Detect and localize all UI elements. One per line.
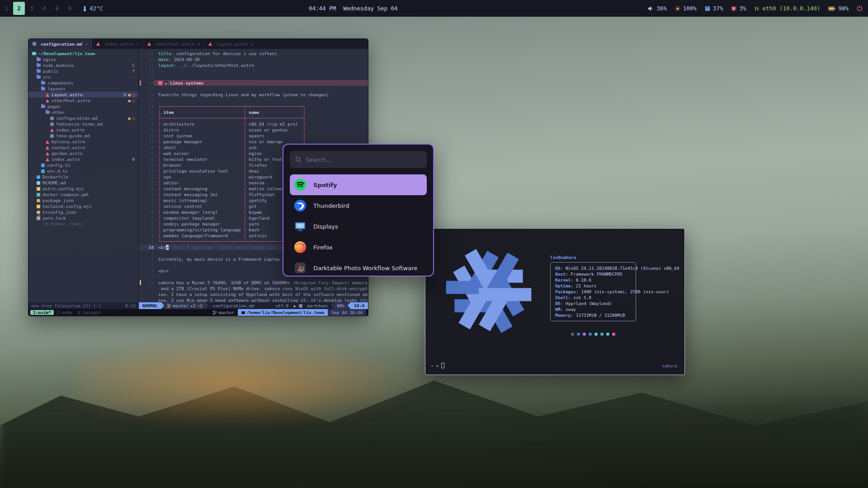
tree-item[interactable]: nginx [28, 56, 138, 62]
line-text: --- [154, 68, 368, 74]
tree-item-label: (6 hidden items) [42, 221, 84, 226]
tree-item[interactable]: index.astroH [28, 156, 138, 162]
tree-item-label: config.ts [47, 163, 70, 168]
text-span: │ [244, 204, 249, 209]
tmux-window-node[interactable]: 2:node [54, 310, 75, 315]
volume-module[interactable]: 36% [648, 5, 667, 12]
tree-badge: H [132, 157, 135, 162]
text-span: <br [158, 245, 166, 250]
sign-column [139, 127, 143, 133]
disk-module[interactable]: 37% [705, 5, 723, 12]
workspace-2[interactable]: 2 [13, 2, 25, 15]
shell-prompt[interactable]: ~ > [431, 363, 444, 368]
buffer-line[interactable]: 22├────────────────────────────────┼────… [139, 115, 368, 121]
tree-item[interactable]: src [28, 74, 138, 80]
launcher-search[interactable]: Search... [290, 151, 427, 168]
close-icon[interactable] [136, 42, 139, 47]
tree-item[interactable]: tone-guide.md [28, 133, 138, 139]
text-span: │ [244, 216, 249, 221]
tree-item[interactable]: node_modulesE [28, 62, 138, 68]
sign-column [139, 74, 143, 80]
tmux-window-nvim[interactable]: 1:nvim* [30, 310, 54, 315]
close-icon[interactable] [85, 42, 88, 47]
buffer-line[interactable]: 27 [139, 86, 368, 92]
tab-index-astro[interactable]: index.astro [92, 39, 143, 49]
buffer-line[interactable]: and a 2TB (Crucial P5 Plus) NVMe drive. … [139, 286, 368, 291]
folder-icon [37, 64, 41, 67]
tree-item[interactable]: astro.config.mjs [28, 186, 138, 192]
tree-item[interactable]: index.astro [28, 127, 138, 133]
buffer-line[interactable]: 26Favorite things regarding Linux and my… [139, 92, 368, 98]
buffer-line[interactable]: 25 [139, 98, 368, 103]
buffer-line[interactable]: 20│ distro │ nixos or gentoo │ [139, 127, 368, 133]
tree-item[interactable]: docker-compose.yml [28, 192, 138, 197]
cpu-module[interactable]: 3% [731, 5, 746, 12]
tree-item[interactable]: fediverse-terms.md [28, 121, 138, 127]
tree-item[interactable]: package.json [28, 197, 138, 203]
buffer-line[interactable]: 23│ item │ name │ [139, 109, 368, 115]
tree-item[interactable]: garden.astro [28, 150, 138, 156]
network-module[interactable]: eth0 (10.0.0.140) [754, 5, 820, 12]
tree-item[interactable]: components [28, 80, 138, 86]
text-span: │ [158, 122, 163, 127]
tree-item[interactable]: layouts [28, 86, 138, 92]
battery-module[interactable]: 98% [828, 5, 849, 12]
tree-item[interactable]: balcony.astro [28, 139, 138, 145]
fastfetch-value: 1409 (nix-system), 2590 (nix-user) [578, 289, 669, 294]
power-button[interactable] [857, 5, 863, 11]
close-icon[interactable] [251, 42, 254, 47]
launcher-item-spotify[interactable]: Spotify [290, 174, 427, 195]
tree-item[interactable]: README.md [28, 180, 138, 186]
launcher-item-firefox[interactable]: Firefox [290, 237, 427, 258]
close-icon[interactable] [198, 42, 200, 47]
buffer-line[interactable]: 33title: configuration for devices i use… [139, 51, 368, 56]
buffer-line[interactable]: ion. I have a setup consisting of Hyprla… [139, 291, 368, 297]
tree-item[interactable]: Layout.astroH●□ [28, 92, 138, 98]
tree-item[interactable]: Dockerfile [28, 174, 138, 180]
buffer-line[interactable]: 19│ init system │ openrc │ [139, 133, 368, 139]
buffer-line[interactable]: ove. I use Nix when I need software with… [139, 297, 368, 302]
file-tree-root[interactable]: ~/Development/liv.town [28, 51, 138, 56]
text-span: │ [158, 127, 163, 132]
tree-item[interactable]: other [28, 109, 138, 115]
tree-item[interactable]: yarn.lock [28, 215, 138, 221]
buffer-line[interactable]: 28Linux systems [139, 80, 368, 86]
buffer-line[interactable]: 24┌────────────────────────────────┬────… [139, 103, 368, 109]
tree-item[interactable]: tailwind.config.mjs [28, 203, 138, 209]
tree-badge: □ [132, 116, 135, 121]
tree-item[interactable]: config.ts [28, 162, 138, 168]
workspace-1[interactable]: 1 [0, 2, 12, 15]
buffer-line[interactable]: 30--- [139, 68, 368, 74]
buffer-line[interactable]: 32date: 2024-08-30 [139, 56, 368, 62]
tmux-window-lazygit[interactable]: 3:lazygit [75, 310, 103, 315]
brightness-module[interactable]: 100% [675, 5, 697, 12]
line-text [154, 86, 368, 92]
tree-item[interactable]: otherPost.astro●□ [28, 98, 138, 103]
workspace-9[interactable]: 9 [64, 2, 75, 15]
buffer-line[interactable]: 29 [139, 74, 368, 80]
launcher-item-thunderbird[interactable]: Thunderbird [290, 195, 427, 216]
buffer-line[interactable]: 31layout: ../../layouts/otherPost.astro [139, 62, 368, 68]
tree-item[interactable]: tsconfig.json [28, 209, 138, 215]
tab-configuration-md[interactable]: configuration.md [28, 39, 92, 49]
tmux-path: /home/liv/Development/liv.town [238, 309, 328, 316]
launcher-item-displays[interactable]: Displays [290, 216, 427, 237]
workspace-3[interactable]: 3 [26, 2, 38, 15]
workspace-4[interactable]: 4 [38, 2, 50, 15]
tab-otherpost-astro[interactable]: otherPost.astro [143, 39, 205, 49]
tree-item[interactable]: public? [28, 68, 138, 74]
line-number: 3 [143, 227, 154, 233]
buffer-line[interactable]: 21│ architecture │ x86_64 (rip m2 pro) │ [139, 121, 368, 127]
tree-item[interactable]: contact.astro [28, 145, 138, 150]
tree-item[interactable]: pages [28, 103, 138, 109]
astro-icon [46, 99, 49, 103]
line-text: Favorite things regarding Linux and my w… [154, 92, 368, 98]
launcher-item-darktable[interactable]: Darktable Photo Workflow Software [290, 258, 427, 277]
tree-item-label: nginx [43, 57, 56, 62]
buffer-line[interactable]: 6sakura has a Ryzen 5 7640U, 32GB of DDR… [139, 280, 368, 286]
workspace-8[interactable]: 8 [51, 2, 63, 15]
tree-item[interactable]: (6 hidden items) [28, 221, 138, 227]
tree-item[interactable]: env.d.ts [28, 168, 138, 174]
tree-item[interactable]: configuration.md●□ [28, 115, 138, 121]
tab-layout-astro[interactable]: Layout.astro [204, 39, 258, 49]
